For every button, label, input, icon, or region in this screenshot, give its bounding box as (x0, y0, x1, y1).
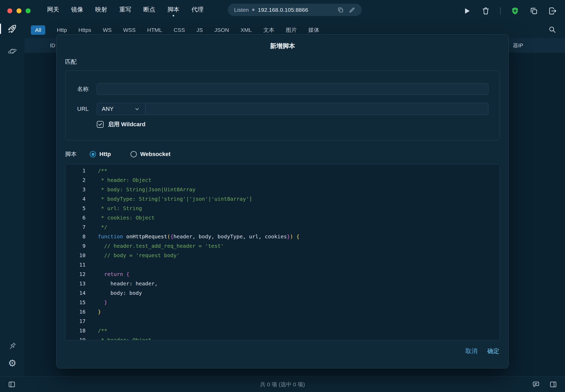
zoom-window-button[interactable] (26, 8, 31, 13)
menu-item-6[interactable]: 脚本 (161, 5, 185, 16)
filter-tab-3[interactable]: Https (78, 27, 91, 33)
panel-right-icon[interactable] (549, 381, 557, 388)
duplicate-window-icon[interactable] (529, 7, 538, 15)
code-text: * url: String (86, 204, 142, 213)
menu-item-7[interactable]: 代理 (185, 5, 210, 16)
line-number: 19 (65, 335, 86, 340)
code-text: function onHttpRequest({header, body, bo… (86, 232, 300, 241)
script-code-editor[interactable]: 1/**2 * header: Object3 * body: String|J… (65, 164, 500, 340)
shield-add-icon[interactable] (511, 7, 519, 15)
toolbar-actions (462, 0, 557, 22)
search-button[interactable] (548, 26, 556, 33)
radio-http[interactable]: Http (90, 151, 111, 158)
filter-tab-9[interactable]: JSON (214, 27, 229, 33)
confirm-button[interactable]: 确定 (487, 347, 499, 355)
sidebar-item-requests[interactable] (0, 23, 25, 34)
export-icon[interactable] (548, 7, 557, 15)
sidebar-item-pin[interactable] (0, 341, 25, 352)
wildcard-row: 启用 Wildcard (97, 121, 488, 128)
line-number: 18 (65, 326, 86, 335)
filter-tab-13[interactable]: 媒体 (308, 26, 319, 34)
menu-item-1[interactable]: 网关 (41, 5, 65, 16)
titlebar: 网关镜像映射重写断点脚本代理 Listen 192.168.0.105:8866 (0, 0, 565, 22)
code-text: return { (86, 269, 129, 279)
line-number: 13 (65, 279, 86, 288)
line-number: 7 (65, 222, 86, 232)
url-label: URL (77, 106, 97, 112)
listen-status-dot (252, 9, 255, 11)
url-method-select[interactable]: ANY (97, 103, 145, 115)
edit-address-icon[interactable] (349, 7, 355, 13)
code-text (86, 316, 98, 326)
listen-address: 192.168.0.105:8866 (258, 7, 308, 13)
code-text: body: body (86, 288, 142, 298)
radio-circle-icon (90, 151, 96, 157)
code-line: 4 * bodyType: String['string'|'json'|'ui… (65, 194, 500, 204)
filter-tab-6[interactable]: HTML (147, 27, 162, 33)
code-text: /** (86, 166, 107, 175)
feedback-chat-icon[interactable] (532, 381, 540, 388)
menu-item-label: 代理 (191, 5, 204, 14)
code-text: * header: Object (86, 335, 151, 340)
start-proxy-icon[interactable] (462, 7, 471, 15)
line-number: 15 (65, 298, 86, 307)
code-line: 5 * url: String (65, 204, 500, 213)
menu-item-3[interactable]: 映射 (89, 5, 113, 16)
filter-tab-11[interactable]: 文本 (263, 26, 274, 34)
planet-icon (8, 47, 17, 56)
line-number: 16 (65, 307, 86, 316)
close-window-button[interactable] (7, 8, 12, 13)
listen-address-pill[interactable]: Listen 192.168.0.105:8866 (228, 4, 362, 16)
filter-tab-4[interactable]: WS (103, 27, 112, 33)
pin-icon (8, 342, 17, 351)
menu-item-4[interactable]: 重写 (113, 5, 137, 16)
line-number: 10 (65, 251, 86, 260)
menu-item-label: 脚本 (167, 5, 179, 14)
code-line: 18/** (65, 326, 500, 335)
code-text: header: header, (86, 279, 158, 288)
copy-address-icon[interactable] (337, 7, 344, 13)
name-label: 名称 (77, 85, 97, 93)
menu-item-2[interactable]: 镜像 (65, 5, 89, 16)
app-window: { "titlebar": { "menu": ["网关", "镜像", "映射… (0, 0, 565, 392)
sidebar-item-domains[interactable] (0, 45, 25, 57)
script-name-input[interactable] (97, 83, 488, 95)
filter-tab-2[interactable]: Http (57, 27, 67, 33)
line-number: 14 (65, 288, 86, 298)
sidebar-item-settings[interactable]: ⚙ (0, 358, 25, 369)
code-text: } (86, 298, 107, 307)
listen-label: Listen (234, 7, 249, 13)
filter-tab-12[interactable]: 图片 (286, 26, 297, 34)
filter-tab-10[interactable]: XML (240, 27, 252, 33)
script-type-row: 脚本 Http Websocket (65, 150, 500, 158)
add-script-dialog: 新增脚本 匹配 名称 URL ANY 启用 Wildcard 脚本 (56, 34, 509, 368)
code-line: 14 body: body (65, 288, 500, 298)
column-header-id: ID (50, 38, 55, 53)
code-line: 11 (65, 260, 500, 269)
rocket-icon (8, 24, 17, 33)
search-icon (548, 26, 556, 33)
cancel-button[interactable]: 取消 (465, 347, 477, 355)
sidebar: ⚙ (0, 22, 25, 376)
filter-tab-1[interactable]: All (31, 25, 45, 35)
line-number: 1 (65, 166, 86, 175)
minimize-window-button[interactable] (16, 8, 21, 13)
filter-tab-7[interactable]: CSS (174, 27, 185, 33)
radio-websocket[interactable]: Websocket (131, 151, 171, 158)
filter-tab-8[interactable]: JS (196, 27, 203, 33)
code-line: 9 // header.test_add_req_header = 'test' (65, 241, 500, 251)
script-url-input[interactable] (145, 103, 488, 115)
filter-tab-5[interactable]: WSS (123, 27, 136, 33)
code-line: 3 * body: String|Json|Uint8Array (65, 185, 500, 194)
code-text: /** (86, 326, 107, 335)
code-line: 10 // body = 'request body' (65, 251, 500, 260)
clear-trash-icon[interactable] (481, 7, 490, 15)
line-number: 3 (65, 185, 86, 194)
wildcard-checkbox[interactable] (97, 121, 104, 128)
code-text: } (86, 307, 101, 316)
line-number: 11 (65, 260, 86, 269)
line-number: 2 (65, 175, 86, 185)
line-number: 6 (65, 213, 86, 222)
menu-item-5[interactable]: 断点 (137, 5, 161, 16)
code-text (86, 260, 98, 269)
